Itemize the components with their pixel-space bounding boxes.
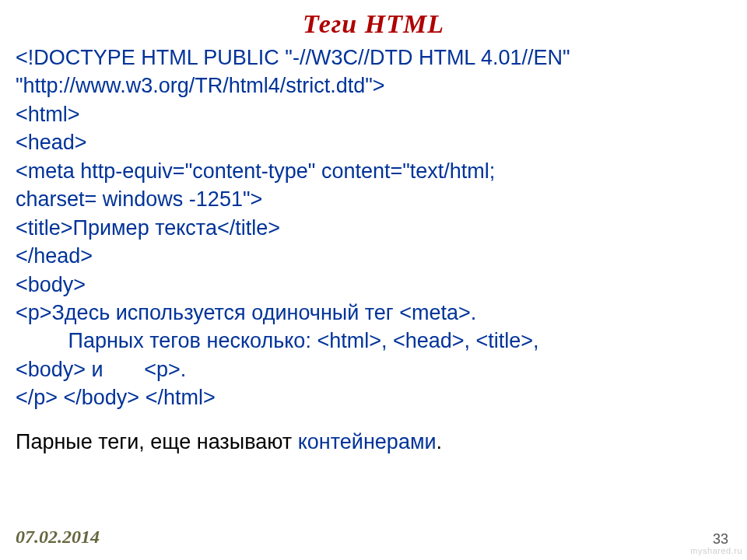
code-line: <meta http-equiv="content-type" content=… — [16, 159, 495, 183]
page-number: 33 — [713, 531, 728, 548]
code-line: <body> — [16, 273, 86, 296]
page-title: Теги HTML — [16, 9, 731, 39]
footnote-text: Парные теги, еще называют — [16, 430, 298, 453]
code-line: <!DOCTYPE HTML PUBLIC "-//W3C//DTD HTML … — [16, 46, 570, 69]
footnote: Парные теги, еще называют контейнерами. — [16, 428, 731, 456]
code-line: </p> </body> </html> — [16, 386, 216, 409]
footnote-text: . — [437, 430, 443, 453]
code-line: </head> — [16, 244, 93, 268]
code-line: Парных тегов несколько: <html>, <head>, … — [16, 329, 539, 352]
code-line: <html> — [16, 103, 80, 126]
slide-date: 07.02.2014 — [16, 527, 100, 548]
watermark: myshared.ru — [690, 546, 742, 555]
code-line: <head> — [16, 131, 87, 154]
code-line: <p>Здесь используется одиночный тег <met… — [16, 301, 476, 324]
footnote-highlight: контейнерами — [298, 430, 437, 453]
code-example: <!DOCTYPE HTML PUBLIC "-//W3C//DTD HTML … — [16, 44, 731, 412]
slide: Теги HTML <!DOCTYPE HTML PUBLIC "-//W3C/… — [0, 0, 747, 560]
code-line: <title>Пример текста</title> — [16, 216, 280, 240]
code-line: charset= windows -1251"> — [16, 187, 262, 211]
code-line: <body> и <p>. — [16, 358, 186, 381]
code-line: "http://www.w3.org/TR/html4/strict.dtd"> — [16, 74, 385, 97]
